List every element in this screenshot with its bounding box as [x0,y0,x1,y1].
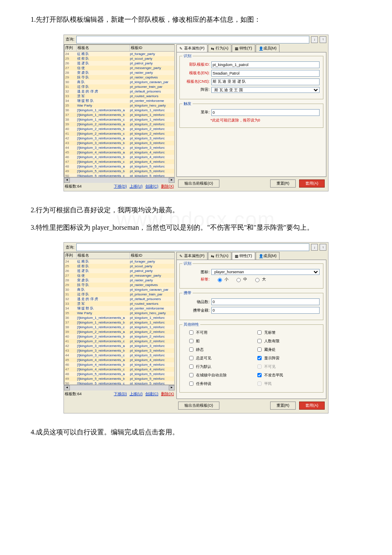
table-row[interactable]: 36[!]kingdom_1_reinforcements_apt_kingdo… [64,108,174,113]
table-row[interactable]: 37[!]kingdom_1_reinforcements_bpt_kingdo… [64,113,174,117]
table-row[interactable]: 46[!]kingdom_4_reinforcements_bpt_kingdo… [64,362,174,367]
apply-button[interactable]: 套用(A) [299,402,325,410]
table-row[interactable]: 25侦 察 队pt_scout_party [64,56,174,61]
table-row[interactable]: 33溃 军pt_routed_warriors [64,94,174,98]
table-row[interactable]: 44[!]kingdom_3_reinforcements_cpt_kingdo… [64,145,174,150]
move-down-link[interactable]: 下移(D) [114,392,127,396]
table-row[interactable]: 41[!]kingdom_2_reinforcements_cpt_kingdo… [64,339,174,344]
table-row[interactable]: 39[!]kingdom_2_reinforcements_apt_kingdo… [64,122,174,127]
table-row[interactable]: 26巡 逻 队pt_patrol_party [64,269,174,273]
table-row[interactable]: 29掠 夺 队pt_raider_captives [64,283,174,287]
chk-static[interactable] [189,347,193,352]
output-button[interactable]: 输出当前模板(O) [178,179,219,188]
delete-link[interactable]: 删除(X) [161,184,174,188]
chk-town-remove[interactable] [189,373,193,377]
size-small-radio[interactable] [218,278,222,282]
chk-hide[interactable] [257,347,262,352]
chk-show-faction[interactable] [257,356,262,360]
delete-link[interactable]: 删除(X) [161,392,174,396]
tab-members[interactable]: 👤成员(M) [256,44,280,52]
table-row[interactable]: 50[!]kingdom_5_reinforcements_cpt_kingdo… [64,173,174,177]
search-down-icon[interactable]: ↓ [311,36,318,43]
table-row[interactable]: 24征 粮 队pt_forager_party [64,52,174,56]
table-row[interactable]: 27信 使pt_messenger_party [64,66,174,70]
table-row[interactable]: 45[!]kingdom_4_reinforcements_apt_kingdo… [64,358,174,362]
table-row[interactable]: 30商 队pt_kingdom_caravan_par [64,287,174,292]
table-row[interactable]: 24征 粮 队pt_forager_party [64,259,174,264]
template-grid[interactable]: 序列 模板名 模板ID 24征 粮 队pt_forager_party25侦 察… [64,252,175,385]
tab-basic[interactable]: ✎基本属性(P) [176,252,208,260]
move-down-link[interactable]: 下移(D) [114,184,127,188]
gold-input[interactable] [211,307,320,314]
table-row[interactable]: 42[!]kingdom_3_reinforcements_apt_kingdo… [64,136,174,141]
size-med-radio[interactable] [236,278,241,282]
table-row[interactable]: 36[!]kingdom_1_reinforcements_apt_kingdo… [64,315,174,320]
search-input[interactable] [76,243,309,251]
hscroll[interactable]: ◄► [64,385,175,390]
search-up-icon[interactable]: ↑ [320,36,326,43]
table-row[interactable]: 43[!]kingdom_3_reinforcements_bpt_kingdo… [64,348,174,353]
cn-input[interactable] [211,78,320,85]
move-up-link[interactable]: 上移(U) [130,392,143,396]
table-row[interactable]: 29掠 夺 队pt_raider_captives [64,75,174,80]
table-row[interactable]: 38[!]kingdom_1_reinforcements_cpt_kingdo… [64,325,174,330]
table-row[interactable]: 33溃 军pt_routed_warriors [64,301,174,306]
table-row[interactable]: 48[!]kingdom_5_reinforcements_apt_kingdo… [64,164,174,169]
table-row[interactable]: 49[!]kingdom_5_reinforcements_bpt_kingdo… [64,376,174,381]
tab-behavior[interactable]: ⇆行为(A) [208,252,231,260]
table-row[interactable]: 39[!]kingdom_2_reinforcements_apt_kingdo… [64,330,174,334]
icon-select[interactable]: player_horseman [211,269,320,275]
chk-ship[interactable] [189,339,193,343]
tab-trait[interactable]: ▦特性(T) [232,252,255,260]
chk-always-vis[interactable] [189,356,193,360]
table-row[interactable]: 37[!]kingdom_1_reinforcements_bpt_kingdo… [64,320,174,325]
table-row[interactable]: 30商 队pt_kingdom_caravan_par [64,80,174,84]
search-input[interactable] [76,36,309,43]
size-large-radio[interactable] [255,278,259,282]
template-grid[interactable]: 序列 模板名 模板ID 24征 粮 队pt_forager_party25侦 察… [64,44,175,177]
reset-button[interactable]: 重置(R) [270,402,296,410]
table-row[interactable]: 47[!]kingdom_4_reinforcements_cpt_kingdo… [64,159,174,164]
table-row[interactable]: 32逃 走 的 俘 虏pt_default_prisoners [64,89,174,94]
table-row[interactable]: 48[!]kingdom_5_reinforcements_apt_kingdo… [64,372,174,376]
apply-button[interactable]: 套用(A) [299,179,325,188]
create-link[interactable]: 创建(C) [145,392,159,396]
tab-behavior[interactable]: ⇆行为(A) [208,44,231,52]
table-row[interactable]: 43[!]kingdom_3_reinforcements_bpt_kingdo… [64,141,174,145]
table-row[interactable]: 28突 袭 队pt_raider_party [64,278,174,283]
reset-button[interactable]: 重置(R) [270,179,296,188]
table-row[interactable]: 32逃 走 的 俘 虏pt_default_prisoners [64,297,174,301]
table-row[interactable]: 31运 俘 队pt_prisoner_train_par [64,84,174,89]
chk-disabled[interactable] [189,330,193,335]
chk-no-attack-civ[interactable] [257,373,262,377]
table-row[interactable]: 31运 俘 队pt_prisoner_train_par [64,292,174,297]
search-up-icon[interactable]: ↑ [320,244,326,251]
faction-select[interactable]: 斯 瓦 迪 亚 王 国 [211,87,320,93]
table-row[interactable]: 40[!]kingdom_2_reinforcements_bpt_kingdo… [64,127,174,131]
table-row[interactable]: 50[!]kingdom_5_reinforcements_cpt_kingdo… [64,381,174,385]
table-row[interactable]: 34增 援 部 队pt_center_reinforceme [64,98,174,103]
table-row[interactable]: 42[!]kingdom_3_reinforcements_apt_kingdo… [64,344,174,348]
table-row[interactable]: 26巡 逻 队pt_patrol_party [64,61,174,66]
tab-basic[interactable]: ✎基本属性(P) [176,44,208,52]
chk-nolabel[interactable] [257,330,262,335]
table-row[interactable]: 44[!]kingdom_3_reinforcements_cpt_kingdo… [64,353,174,358]
en-input[interactable] [211,70,320,77]
table-row[interactable]: 49[!]kingdom_5_reinforcements_bpt_kingdo… [64,169,174,173]
create-link[interactable]: 创建(C) [145,184,159,188]
table-row[interactable]: 35War Partypt_kingdom_hero_party [64,311,174,315]
tab-members[interactable]: 👤成员(M) [256,252,280,260]
table-row[interactable]: 47[!]kingdom_4_reinforcements_cpt_kingdo… [64,367,174,372]
items-input[interactable] [211,298,320,305]
move-up-link[interactable]: 上移(U) [130,184,143,188]
table-row[interactable]: 28突 袭 队pt_raider_party [64,70,174,75]
table-row[interactable]: 27信 使pt_messenger_party [64,273,174,278]
table-row[interactable]: 34增 援 部 队pt_center_reinforceme [64,306,174,311]
chk-default[interactable] [189,364,193,369]
chk-quest[interactable] [189,382,193,386]
hscroll[interactable]: ◄► [64,177,175,183]
menu-input[interactable] [211,109,320,116]
table-row[interactable]: 38[!]kingdom_1_reinforcements_cpt_kingdo… [64,117,174,122]
table-row[interactable]: 46[!]kingdom_4_reinforcements_bpt_kingdo… [64,155,174,159]
table-row[interactable]: 25侦 察 队pt_scout_party [64,264,174,269]
